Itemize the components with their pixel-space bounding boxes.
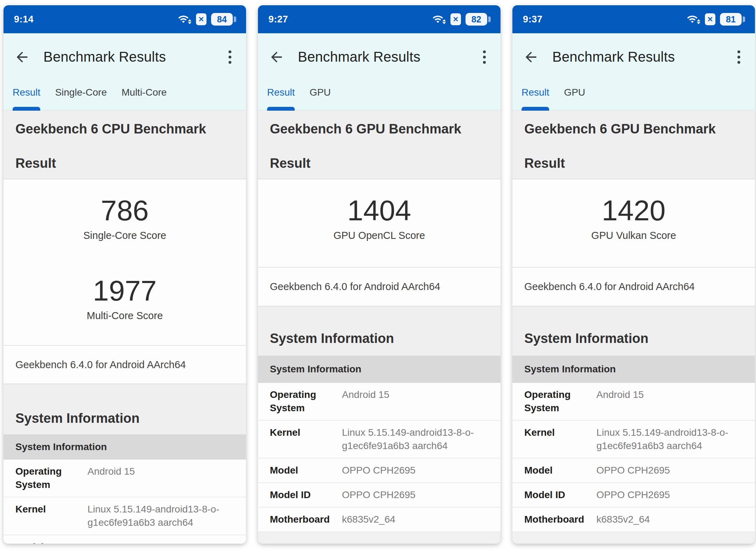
next-section-cutoff bbox=[512, 532, 755, 544]
table-row: Model OPPO CPH2695 bbox=[258, 459, 500, 483]
row-label: Operating System bbox=[524, 388, 596, 415]
score-card: 786 Single-Core Score 1977 Multi-Core Sc… bbox=[4, 179, 246, 345]
phone-screenshot-gpu-opencl: 9:27 82 Benchmark Results Result GPU Gee… bbox=[258, 5, 500, 544]
status-bar: 9:14 84 bbox=[4, 5, 246, 33]
result-heading: Result bbox=[15, 156, 234, 171]
gpu-opencl-score-value: 1404 bbox=[347, 195, 411, 226]
battery-level: 81 bbox=[726, 14, 736, 25]
row-value: OPPO CPH2695 bbox=[596, 464, 741, 477]
score-block: 1404 GPU OpenCL Score bbox=[334, 195, 425, 241]
wifi-icon bbox=[686, 14, 700, 25]
tab-bar: Result GPU bbox=[512, 81, 755, 110]
row-label: Model ID bbox=[524, 488, 596, 502]
system-information-table-header: System Information bbox=[4, 434, 246, 460]
screenshot-collage: 9:14 84 Benchmark Results Result Single-… bbox=[0, 0, 756, 551]
row-value: OPPO CPH2695 bbox=[342, 488, 486, 502]
more-menu-icon[interactable] bbox=[481, 48, 488, 66]
tab-result[interactable]: Result bbox=[13, 87, 40, 111]
system-information-table-header: System Information bbox=[512, 356, 755, 383]
table-row: Motherboard k6835v2_64 bbox=[512, 508, 755, 532]
tab-result[interactable]: Result bbox=[267, 87, 295, 111]
back-icon[interactable] bbox=[523, 49, 539, 65]
tab-multi-core[interactable]: Multi-Core bbox=[121, 87, 167, 111]
tab-result[interactable]: Result bbox=[522, 87, 549, 111]
table-row: Motherboard k6835v2_64 bbox=[258, 508, 500, 532]
more-menu-icon[interactable] bbox=[226, 48, 233, 66]
row-value: Android 15 bbox=[88, 465, 232, 478]
status-bar: 9:37 81 bbox=[512, 5, 755, 33]
system-information-heading: System Information bbox=[15, 411, 246, 426]
row-value: OPPO CPH2695 bbox=[596, 488, 741, 502]
wifi-arrows-icon bbox=[697, 19, 700, 24]
row-label: Model bbox=[15, 540, 88, 544]
benchmark-title: Geekbench 6 CPU Benchmark bbox=[15, 122, 234, 137]
table-row: Model ID OPPO CPH2695 bbox=[258, 483, 500, 508]
table-row: Model ID OPPO CPH2695 bbox=[512, 483, 755, 508]
back-icon[interactable] bbox=[14, 49, 30, 65]
tab-bar: Result GPU bbox=[258, 81, 500, 110]
status-icons: 84 bbox=[177, 13, 236, 26]
single-core-score-value: 786 bbox=[101, 195, 149, 226]
sim-error-icon bbox=[196, 13, 206, 25]
table-row: Kernel Linux 5.15.149-android13-8-o-g1ec… bbox=[4, 497, 246, 535]
wifi-icon bbox=[177, 14, 191, 25]
row-value: OPPO CPH2695 bbox=[342, 464, 486, 477]
row-value: OPPO CPH2695 bbox=[88, 540, 232, 544]
result-heading: Result bbox=[270, 156, 489, 171]
page-title: Benchmark Results bbox=[43, 49, 166, 65]
row-label: Operating System bbox=[15, 465, 88, 491]
table-row: Operating System Android 15 bbox=[512, 383, 755, 421]
benchmark-title: Geekbench 6 GPU Benchmark bbox=[270, 122, 489, 137]
tab-single-core[interactable]: Single-Core bbox=[55, 87, 107, 111]
sim-error-icon bbox=[705, 13, 715, 25]
row-label: Model ID bbox=[270, 488, 342, 502]
table-row: Model OPPO CPH2695 bbox=[4, 535, 246, 544]
phone-screenshot-gpu-vulkan: 9:37 81 Benchmark Results Result GPU Gee… bbox=[512, 5, 755, 544]
section-spacer bbox=[258, 532, 500, 544]
multi-core-score-label: Multi-Core Score bbox=[87, 310, 163, 322]
table-row: Operating System Android 15 bbox=[4, 460, 246, 497]
status-time: 9:37 bbox=[523, 14, 542, 25]
battery-icon: 84 bbox=[211, 13, 233, 26]
app-bar: Benchmark Results bbox=[4, 33, 246, 81]
row-label: Model bbox=[270, 464, 342, 477]
score-card: 1404 GPU OpenCL Score bbox=[258, 179, 500, 267]
system-information-section: System Information bbox=[258, 306, 500, 356]
system-information-heading: System Information bbox=[524, 331, 755, 346]
row-label: Operating System bbox=[270, 388, 342, 415]
battery-icon: 81 bbox=[720, 13, 742, 26]
row-value: k6835v2_64 bbox=[596, 513, 741, 526]
more-menu-icon[interactable] bbox=[735, 48, 742, 66]
gpu-vulkan-score-label: GPU Vulkan Score bbox=[591, 230, 676, 241]
benchmark-header-section: Geekbench 6 GPU Benchmark Result bbox=[512, 110, 755, 179]
status-bar: 9:27 82 bbox=[258, 5, 500, 33]
table-row: Operating System Android 15 bbox=[258, 383, 500, 421]
row-value: Android 15 bbox=[342, 388, 486, 401]
system-information-section: System Information bbox=[512, 306, 755, 356]
back-icon[interactable] bbox=[268, 49, 285, 65]
row-label: Model bbox=[524, 464, 596, 477]
score-block: 1420 GPU Vulkan Score bbox=[591, 195, 676, 241]
result-heading: Result bbox=[524, 156, 743, 171]
sim-error-icon bbox=[450, 13, 461, 25]
battery-icon: 82 bbox=[465, 13, 487, 26]
row-value: Linux 5.15.149-android13-8-o-g1ec6fe91a6… bbox=[88, 503, 232, 529]
multi-core-score-value: 1977 bbox=[93, 275, 156, 307]
row-label: Motherboard bbox=[524, 513, 596, 526]
page-title: Benchmark Results bbox=[298, 49, 420, 65]
row-value: k6835v2_64 bbox=[342, 513, 486, 526]
gpu-opencl-score-label: GPU OpenCL Score bbox=[334, 230, 425, 241]
app-bar: Benchmark Results bbox=[258, 33, 500, 81]
status-icons: 81 bbox=[686, 13, 744, 26]
status-time: 9:27 bbox=[268, 14, 288, 25]
row-value: Android 15 bbox=[596, 388, 741, 401]
table-row: Model OPPO CPH2695 bbox=[512, 459, 755, 483]
section-spacer bbox=[512, 532, 755, 544]
system-information-table: Operating System Android 15 Kernel Linux… bbox=[4, 460, 246, 544]
geekbench-version-note: Geekbench 6.4.0 for Android AArch64 bbox=[4, 345, 246, 384]
row-value: Linux 5.15.149-android13-8-o-g1ec6fe91a6… bbox=[342, 426, 486, 453]
system-information-table-header: System Information bbox=[258, 356, 500, 383]
tab-gpu[interactable]: GPU bbox=[309, 87, 331, 111]
benchmark-title: Geekbench 6 GPU Benchmark bbox=[524, 122, 743, 137]
tab-gpu[interactable]: GPU bbox=[564, 87, 585, 111]
